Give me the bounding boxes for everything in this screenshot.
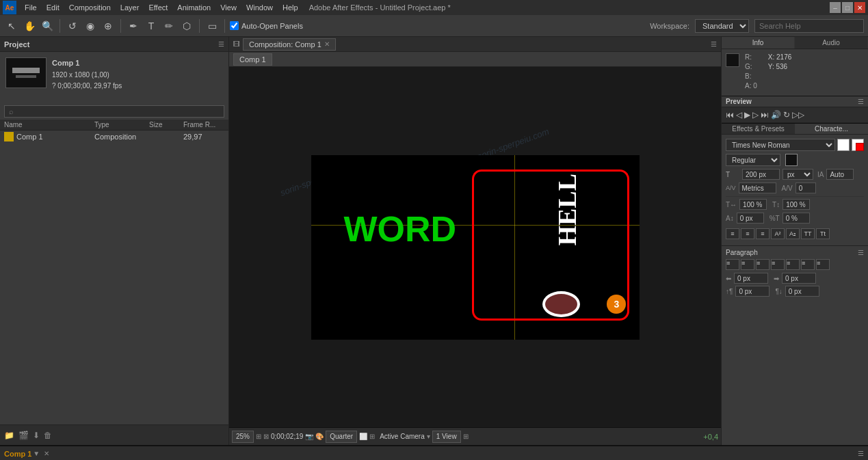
zoom-control[interactable]: 25% <box>232 431 254 443</box>
hand-tool[interactable]: ✋ <box>22 18 37 33</box>
shape-tool[interactable]: ▭ <box>205 18 220 33</box>
auto-open-checkbox[interactable] <box>230 21 239 30</box>
tsume-input[interactable] <box>782 213 810 224</box>
preview-menu[interactable]: ☰ <box>858 98 864 105</box>
auto-open-label[interactable]: Auto-Open Panels <box>230 21 303 30</box>
ram-preview-btn[interactable]: ▷▷ <box>792 110 804 120</box>
superscript-btn[interactable]: A² <box>771 228 785 239</box>
toolbar-sep-4 <box>224 19 225 33</box>
small-caps-btn[interactable]: Tt <box>816 228 830 239</box>
tab-info[interactable]: Info <box>722 37 795 49</box>
align-left-btn[interactable]: ≡ <box>726 228 739 239</box>
menu-file[interactable]: File <box>21 2 41 13</box>
comp-panel-menu[interactable]: ☰ <box>711 40 717 48</box>
para-align-center[interactable]: ≡ <box>741 259 754 270</box>
menu-view[interactable]: View <box>216 2 241 13</box>
annotation-3: 3 <box>607 295 626 314</box>
indent-right-input[interactable] <box>782 273 816 284</box>
tab-character[interactable]: Characte... <box>795 124 868 134</box>
close-button[interactable]: ✕ <box>854 2 865 13</box>
brush-tool[interactable]: ✏ <box>161 18 176 33</box>
pan-tool[interactable]: ⊕ <box>101 18 116 33</box>
search-input[interactable] <box>754 19 864 33</box>
step-fwd-btn[interactable]: ▷ <box>752 110 759 120</box>
import-icon[interactable]: ⬇ <box>33 431 40 440</box>
view-count[interactable]: 1 View <box>432 431 461 443</box>
project-panel-menu[interactable]: ☰ <box>218 40 224 48</box>
caps-btn[interactable]: TT <box>801 228 815 239</box>
rotate-tool[interactable]: ↺ <box>65 18 80 33</box>
hell-text: HELL <box>554 174 580 246</box>
font-color-swatch[interactable] <box>837 139 850 151</box>
project-search[interactable] <box>0 103 228 120</box>
align-right-btn[interactable]: ≡ <box>756 228 770 239</box>
tracking-input[interactable] <box>795 182 816 193</box>
pen-tool[interactable]: ✒ <box>126 18 141 33</box>
subscript-btn[interactable]: A₂ <box>786 228 800 239</box>
kerning-label: IA <box>817 171 824 178</box>
workspace-dropdown[interactable]: Standard <box>695 19 749 33</box>
comp-tab-item[interactable]: Comp 1 <box>233 53 272 66</box>
camera-tool[interactable]: ◉ <box>83 18 98 33</box>
right-panel: Info Audio R: G: B: A: 0 <box>721 37 868 445</box>
maximize-button[interactable]: □ <box>842 2 853 13</box>
skip-fwd-btn[interactable]: ⏭ <box>761 110 769 120</box>
project-search-input[interactable] <box>4 105 224 118</box>
align-center-btn[interactable]: ≡ <box>741 228 754 239</box>
menu-effect[interactable]: Effect <box>144 2 172 13</box>
new-folder-icon[interactable]: 📁 <box>4 431 14 440</box>
timeline-menu[interactable]: ☰ <box>858 450 864 457</box>
menu-composition[interactable]: Composition <box>65 2 115 13</box>
composition-viewer[interactable]: sorin-sperpeiu.com sorin-sperpeiu.com so… <box>229 67 721 427</box>
style-dropdown[interactable]: Regular <box>726 154 780 166</box>
para-justify-all[interactable]: ≡ <box>816 259 830 270</box>
fit-icon: ⊞ <box>256 433 261 440</box>
space-after-input[interactable] <box>785 286 819 297</box>
loop-btn[interactable]: ↻ <box>783 110 790 120</box>
quality-dropdown[interactable]: Quarter <box>326 431 357 443</box>
menu-help[interactable]: Help <box>278 2 302 13</box>
para-justify-right[interactable]: ≡ <box>801 259 815 270</box>
text-tool[interactable]: T <box>144 18 159 33</box>
skip-back-btn[interactable]: ⏮ <box>726 110 734 120</box>
tab-audio[interactable]: Audio <box>795 37 868 49</box>
menu-window[interactable]: Window <box>242 2 277 13</box>
indent-left-input[interactable] <box>734 273 768 284</box>
font-dropdown[interactable]: Times New Roman <box>726 139 835 151</box>
comp-panel-tab[interactable]: Composition: Comp 1 ✕ <box>243 38 336 51</box>
paragraph-menu[interactable]: ☰ <box>858 249 864 256</box>
scale-h-input[interactable] <box>739 199 767 210</box>
menu-edit[interactable]: Edit <box>42 2 64 13</box>
step-back-btn[interactable]: ◁ <box>736 110 742 120</box>
timeline-close[interactable]: ✕ <box>44 450 49 457</box>
active-cam-dropdown[interactable]: ▾ <box>427 433 430 440</box>
kerning-input[interactable] <box>826 169 854 180</box>
baseline-input[interactable] <box>737 213 764 224</box>
play-btn[interactable]: ▶ <box>744 110 750 120</box>
para-justify-center[interactable]: ≡ <box>786 259 800 270</box>
menu-animation[interactable]: Animation <box>173 2 215 13</box>
audio-btn[interactable]: 🔊 <box>771 110 781 120</box>
menu-layer[interactable]: Layer <box>116 2 144 13</box>
para-align-left[interactable]: ≡ <box>726 259 739 270</box>
new-comp-icon[interactable]: 🎬 <box>18 431 29 440</box>
scale-v-input[interactable] <box>782 199 810 210</box>
project-thumbnail <box>5 57 47 88</box>
para-justify-left[interactable]: ≡ <box>771 259 785 270</box>
delete-icon[interactable]: 🗑 <box>44 431 52 440</box>
comp-panel-close[interactable]: ✕ <box>324 40 330 48</box>
para-align-right[interactable]: ≡ <box>756 259 770 270</box>
font-size-input[interactable] <box>742 169 780 180</box>
size-unit-dropdown[interactable]: px <box>782 169 813 180</box>
stroke-color-swatch[interactable] <box>785 154 798 166</box>
selection-tool[interactable]: ↖ <box>4 18 19 33</box>
clone-tool[interactable]: ⬡ <box>179 18 194 33</box>
tab-effects-presets[interactable]: Effects & Presets <box>722 124 795 134</box>
list-item[interactable]: Comp 1 Composition 29,97 <box>0 131 228 143</box>
zoom-tool[interactable]: 🔍 <box>40 18 55 33</box>
project-item-type: Composition <box>94 133 149 141</box>
minimize-button[interactable]: – <box>830 2 841 13</box>
color-manage-icon: 🎨 <box>315 433 324 440</box>
space-before-input[interactable] <box>735 286 770 297</box>
oval-shape <box>542 291 580 317</box>
